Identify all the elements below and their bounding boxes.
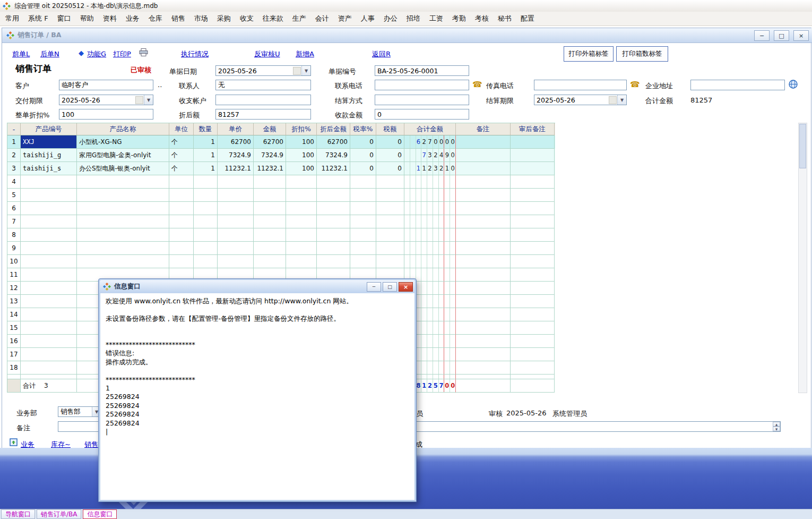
discount-pct-input[interactable]: 100 bbox=[59, 109, 153, 120]
cell-note bbox=[456, 228, 511, 242]
table-row[interactable]: 1XXJ小型机-XG-NG个16270062700100627000062700… bbox=[7, 135, 555, 149]
grid-header-cell[interactable]: 单位 bbox=[169, 123, 194, 135]
table-row[interactable]: 8 bbox=[7, 228, 555, 242]
spin-down-icon[interactable]: ▼ bbox=[773, 427, 780, 431]
menu-item[interactable]: 窗口 bbox=[57, 14, 71, 23]
table-row[interactable]: 4 bbox=[7, 175, 555, 189]
maximize-icon[interactable]: □ bbox=[774, 30, 789, 41]
menu-item[interactable]: 考核 bbox=[475, 14, 489, 23]
fax-input[interactable] bbox=[534, 80, 627, 90]
popup-maximize-icon[interactable]: □ bbox=[383, 282, 397, 292]
menu-item[interactable]: 配置 bbox=[521, 14, 534, 23]
table-row[interactable]: 5 bbox=[7, 189, 555, 202]
customer-browse-dots[interactable]: .. bbox=[158, 81, 162, 89]
taskbar-tab[interactable]: 销售订单/BA bbox=[37, 509, 81, 519]
received-input[interactable]: 0 bbox=[375, 109, 469, 120]
menu-item[interactable]: 常用 bbox=[5, 14, 19, 23]
grid-header-cell[interactable]: 金额 bbox=[254, 123, 286, 135]
globe-icon[interactable] bbox=[789, 80, 798, 89]
menu-item[interactable]: 办公 bbox=[384, 14, 398, 23]
cell-num: 1 bbox=[7, 135, 21, 149]
grid-header-cell[interactable]: 单价 bbox=[218, 123, 254, 135]
menu-item[interactable]: 市场 bbox=[194, 14, 208, 23]
popup-content[interactable]: 欢迎使用 www.onlyit.cn 软件作品，最新动态请访问 http://w… bbox=[100, 293, 414, 500]
chevron-down-icon[interactable]: ▼ bbox=[301, 66, 310, 75]
grid-header-cell[interactable]: 备注 bbox=[456, 123, 511, 135]
grid-header-cell[interactable]: 产品名称 bbox=[77, 123, 169, 135]
print-outer-box-label-button[interactable]: 打印外箱标签 bbox=[564, 46, 614, 62]
account-input[interactable] bbox=[215, 95, 311, 105]
grid-header-cell[interactable]: 税额 bbox=[376, 123, 404, 135]
grid-header-cell[interactable]: 数量 bbox=[194, 123, 218, 135]
doc-no-input[interactable]: BA-25-05-26-0001 bbox=[375, 65, 469, 76]
menu-item[interactable]: 采购 bbox=[217, 14, 231, 23]
menu-item[interactable]: 工资 bbox=[429, 14, 443, 23]
toggle-panel-icon[interactable] bbox=[10, 438, 18, 446]
cell-ledger bbox=[404, 228, 456, 242]
menu-item[interactable]: 帮助 bbox=[80, 14, 94, 23]
print-box-count-label-button[interactable]: 打印箱数标签 bbox=[616, 46, 668, 62]
menu-item[interactable]: 秘书 bbox=[498, 14, 512, 23]
settle-date-input[interactable]: 2025-05-26 ▼ bbox=[534, 95, 627, 105]
taskbar-tab[interactable]: 导航窗口 bbox=[1, 509, 35, 519]
menu-item[interactable]: 销售 bbox=[171, 14, 185, 23]
cell-note bbox=[456, 308, 511, 321]
prev-record-link[interactable]: 前单L bbox=[12, 49, 30, 59]
menu-item[interactable]: 招培 bbox=[407, 14, 420, 23]
spin-up-icon[interactable]: ▲ bbox=[773, 422, 780, 427]
settle-method-input[interactable] bbox=[375, 95, 469, 105]
unaudit-link[interactable]: 反审核U bbox=[254, 49, 280, 59]
phone-icon[interactable]: ☎ bbox=[472, 80, 482, 89]
table-row[interactable]: 9 bbox=[7, 242, 555, 255]
grid-vertical-scrollbar[interactable] bbox=[798, 123, 807, 393]
table-row[interactable]: 10 bbox=[7, 255, 555, 268]
menu-item[interactable]: 考勤 bbox=[452, 14, 466, 23]
grid-header-cell[interactable]: 折扣% bbox=[286, 123, 317, 135]
menu-item[interactable]: 收支 bbox=[240, 14, 254, 23]
add-new-link[interactable]: 新增A bbox=[296, 49, 314, 59]
grid-header-cell[interactable]: 折后金额 bbox=[317, 123, 350, 135]
function-menu-link[interactable]: 功能G bbox=[87, 49, 106, 59]
menu-item[interactable]: 仓库 bbox=[149, 14, 162, 23]
customer-input[interactable]: 临时客户 bbox=[59, 80, 153, 90]
grid-header-cell[interactable]: - bbox=[7, 123, 21, 135]
grid-header-cell[interactable]: 合计金额 bbox=[404, 123, 456, 135]
table-row[interactable]: 6 bbox=[7, 202, 555, 215]
next-record-link[interactable]: 后单N bbox=[40, 49, 59, 59]
menu-item[interactable]: 人事 bbox=[361, 14, 375, 23]
scrollbar-thumb[interactable] bbox=[799, 124, 806, 168]
app-logo-icon bbox=[3, 2, 11, 10]
printer-icon[interactable] bbox=[139, 48, 148, 56]
address-input[interactable] bbox=[690, 80, 785, 90]
after-discount-input[interactable]: 81257 bbox=[215, 109, 311, 120]
doc-date-input[interactable]: 2025-05-26 ▼ bbox=[215, 65, 311, 76]
grid-header-cell[interactable]: 税率% bbox=[350, 123, 376, 135]
menu-item[interactable]: 业务 bbox=[126, 14, 140, 23]
table-row[interactable]: 2taishiji_g家用G型电脑-金奥-onlyit个17324.97324.… bbox=[7, 149, 555, 162]
menu-item[interactable]: 系统 F bbox=[28, 14, 48, 23]
table-row[interactable]: 3taishiji_s办公S型电脑-银奥-onlyit个111232.11123… bbox=[7, 162, 555, 175]
menu-item[interactable]: 会计 bbox=[315, 14, 329, 23]
menu-item[interactable]: 往来款 bbox=[263, 14, 283, 23]
back-link[interactable]: 返回R bbox=[372, 49, 391, 59]
contact-input[interactable]: 无 bbox=[215, 80, 311, 90]
menu-item[interactable]: 生产 bbox=[292, 14, 306, 23]
chevron-down-icon[interactable]: ▼ bbox=[617, 95, 626, 105]
popup-minimize-icon[interactable]: ─ bbox=[367, 282, 381, 292]
menu-item[interactable]: 资料 bbox=[103, 14, 117, 23]
taskbar-tab[interactable]: 信息窗口 bbox=[83, 509, 117, 519]
grid-header-cell[interactable]: 审后备注 bbox=[511, 123, 555, 135]
grid-header-cell[interactable]: 产品编号 bbox=[21, 123, 77, 135]
phone-input[interactable] bbox=[375, 80, 469, 90]
minimize-icon[interactable]: ─ bbox=[754, 30, 770, 41]
menu-item[interactable]: 资产 bbox=[338, 14, 352, 23]
dept-combobox[interactable]: 销售部 ▼ bbox=[58, 406, 101, 417]
fax-phone-icon[interactable]: ☎ bbox=[630, 80, 640, 89]
deliver-date-input[interactable]: 2025-05-26 ▼ bbox=[59, 95, 153, 105]
chevron-down-icon[interactable]: ▼ bbox=[144, 95, 153, 105]
table-row[interactable]: 7 bbox=[7, 215, 555, 228]
close-icon[interactable]: × bbox=[793, 30, 809, 41]
print-link[interactable]: 打印P bbox=[113, 49, 131, 59]
popup-close-icon[interactable]: × bbox=[399, 282, 413, 292]
exec-status-link[interactable]: 执行情况 bbox=[181, 49, 209, 59]
